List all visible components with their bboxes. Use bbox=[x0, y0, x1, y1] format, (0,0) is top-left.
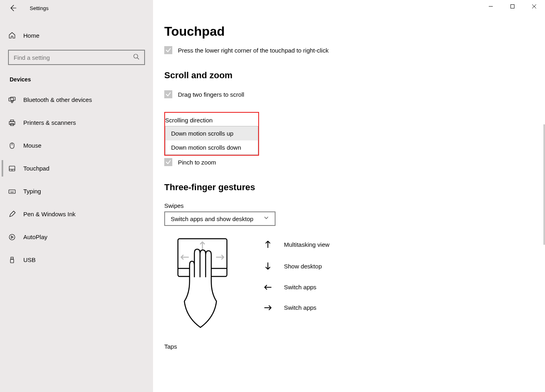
right-click-option: Press the lower right corner of the touc… bbox=[164, 46, 545, 54]
pinch-zoom-label: Pinch to zoom bbox=[178, 159, 216, 166]
touchpad-icon bbox=[8, 165, 16, 173]
gesture-right: Switch apps bbox=[264, 304, 329, 311]
scroll-direction-option-up[interactable]: Down motion scrolls up bbox=[165, 126, 258, 140]
printer-icon bbox=[8, 119, 16, 127]
svg-point-0 bbox=[134, 54, 138, 58]
svg-point-16 bbox=[12, 191, 13, 191]
svg-point-15 bbox=[11, 191, 12, 191]
mouse-icon bbox=[8, 142, 16, 150]
scroll-direction-list: Down motion scrolls up Down motion scrol… bbox=[165, 126, 258, 155]
swipes-label: Swipes bbox=[164, 202, 545, 209]
settings-sidebar: Settings Home Devices Bluetooth & other … bbox=[0, 0, 153, 392]
sidebar-item-typing[interactable]: Typing bbox=[0, 180, 153, 203]
pinch-zoom-option: Pinch to zoom bbox=[164, 158, 545, 166]
search-input[interactable] bbox=[14, 54, 133, 61]
svg-rect-23 bbox=[511, 5, 514, 8]
scroll-direction-label: Scrolling direction bbox=[165, 113, 258, 126]
window-title: Settings bbox=[30, 5, 49, 11]
search-container bbox=[8, 50, 145, 65]
sidebar-item-bluetooth[interactable]: Bluetooth & other devices bbox=[0, 88, 153, 111]
touchpad-illustration bbox=[176, 237, 245, 331]
scroll-direction-dropdown[interactable]: Scrolling direction Down motion scrolls … bbox=[164, 112, 259, 156]
gesture-action-list: Multitasking view Show desktop Switch ap… bbox=[264, 237, 329, 331]
autoplay-icon bbox=[8, 233, 16, 241]
gesture-left: Switch apps bbox=[264, 284, 329, 290]
maximize-button[interactable] bbox=[502, 0, 523, 13]
keyboard-icon bbox=[8, 187, 16, 195]
svg-rect-6 bbox=[10, 120, 14, 122]
gesture-down: Show desktop bbox=[264, 262, 329, 270]
arrow-up-icon bbox=[264, 240, 272, 248]
content-area: Touchpad Press the lower right corner of… bbox=[153, 0, 545, 392]
home-icon bbox=[8, 31, 16, 39]
three-finger-heading: Three-finger gestures bbox=[164, 182, 545, 193]
category-heading: Devices bbox=[0, 65, 153, 88]
sidebar-item-printers[interactable]: Printers & scanners bbox=[0, 111, 153, 134]
svg-point-17 bbox=[14, 191, 14, 191]
svg-rect-2 bbox=[9, 98, 14, 101]
arrow-left-icon bbox=[264, 284, 272, 290]
title-bar: Settings bbox=[0, 0, 153, 16]
swipes-combo[interactable]: Switch apps and show desktop bbox=[164, 211, 276, 226]
close-button[interactable] bbox=[523, 0, 545, 13]
svg-point-14 bbox=[10, 191, 10, 191]
svg-rect-13 bbox=[9, 190, 15, 193]
scrollbar[interactable] bbox=[543, 124, 545, 245]
drag-scroll-label: Drag two fingers to scroll bbox=[178, 91, 244, 98]
svg-point-19 bbox=[9, 234, 15, 240]
right-click-checkbox[interactable] bbox=[164, 46, 172, 54]
minimize-button[interactable] bbox=[480, 0, 502, 13]
sidebar-item-mouse[interactable]: Mouse bbox=[0, 134, 153, 157]
drag-scroll-checkbox[interactable] bbox=[164, 90, 172, 98]
window-controls bbox=[480, 0, 545, 13]
sidebar-item-pen[interactable]: Pen & Windows Ink bbox=[0, 203, 153, 225]
usb-icon bbox=[8, 256, 16, 264]
sidebar-item-usb[interactable]: USB bbox=[0, 248, 153, 271]
taps-label: Taps bbox=[164, 343, 545, 350]
gesture-diagram: Multitasking view Show desktop Switch ap… bbox=[164, 237, 545, 331]
sidebar-item-autoplay[interactable]: AutoPlay bbox=[0, 225, 153, 248]
svg-rect-5 bbox=[9, 122, 15, 124]
chevron-down-icon bbox=[263, 215, 269, 222]
drag-scroll-option: Drag two fingers to scroll bbox=[164, 90, 545, 98]
scroll-zoom-heading: Scroll and zoom bbox=[164, 70, 545, 81]
bluetooth-icon bbox=[8, 96, 16, 104]
search-box[interactable] bbox=[8, 50, 145, 65]
scroll-direction-option-down[interactable]: Down motion scrolls down bbox=[165, 140, 258, 154]
search-icon bbox=[133, 53, 139, 61]
arrow-down-icon bbox=[264, 262, 272, 270]
svg-line-1 bbox=[137, 58, 139, 59]
swipes-value: Switch apps and show desktop bbox=[171, 215, 263, 222]
svg-rect-20 bbox=[11, 257, 13, 259]
sidebar-item-home[interactable]: Home bbox=[0, 24, 153, 47]
pinch-zoom-checkbox[interactable] bbox=[164, 158, 172, 166]
page-title: Touchpad bbox=[164, 24, 545, 39]
gesture-up: Multitasking view bbox=[264, 240, 329, 248]
arrow-right-icon bbox=[264, 305, 272, 311]
pen-icon bbox=[8, 210, 16, 218]
home-label: Home bbox=[23, 32, 39, 39]
svg-rect-3 bbox=[10, 97, 15, 100]
sidebar-item-touchpad[interactable]: Touchpad bbox=[0, 157, 153, 180]
right-click-label: Press the lower right corner of the touc… bbox=[178, 47, 329, 54]
back-button[interactable] bbox=[8, 3, 18, 13]
svg-point-4 bbox=[11, 101, 13, 103]
svg-rect-21 bbox=[10, 259, 14, 263]
